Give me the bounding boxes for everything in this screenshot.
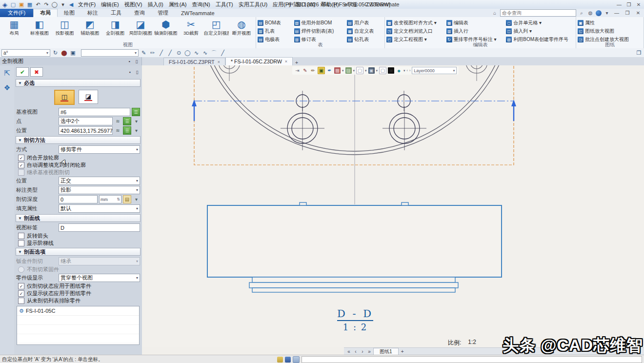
polyline-tool-icon[interactable]: ╱: [166, 49, 174, 57]
spinner-arrows-icon[interactable]: ⇅: [117, 197, 120, 202]
tab-inquire[interactable]: 查询: [128, 9, 151, 17]
undo-icon[interactable]: ↶: [34, 1, 42, 8]
command-search-input[interactable]: [500, 9, 576, 17]
ribbon-button-insert-column[interactable]: ◫插入列 ▾: [506, 27, 574, 35]
section-arrow-left[interactable]: [192, 100, 197, 106]
section-header-section-line[interactable]: ▼剖面线: [16, 214, 141, 222]
back-icon[interactable]: ◀: [67, 1, 75, 8]
cancel-button[interactable]: ✖: [30, 67, 43, 77]
add-sheet-button[interactable]: +: [400, 349, 405, 354]
menu-file[interactable]: 文件(F): [76, 0, 98, 9]
ribbon-button-3d-crop[interactable]: ✂3D裁剪: [179, 18, 204, 42]
chevron-down-icon[interactable]: ▾: [342, 69, 344, 73]
menu-attributes[interactable]: 属性(A): [166, 0, 189, 9]
menu-tools[interactable]: 工具(T): [213, 0, 236, 9]
menu-inquire[interactable]: 查询(N): [189, 0, 212, 9]
section-header-method[interactable]: ▼剖切方法: [16, 136, 141, 144]
options-dot-button[interactable]: ▪: [127, 69, 133, 75]
list-item[interactable]: ⚙ FS-I-01-05C: [17, 306, 139, 316]
menu-edit[interactable]: 编辑(E): [99, 0, 121, 9]
message-icon[interactable]: [285, 357, 291, 363]
close-icon[interactable]: ×: [218, 60, 220, 64]
panel-restore-icon[interactable]: ❐: [635, 49, 643, 57]
ribbon-button-sheet-properties[interactable]: ▣属性: [578, 19, 642, 27]
qat-dropdown-icon[interactable]: ▾: [59, 1, 67, 8]
ribbon-button-local-section-view[interactable]: ◪局部剖视图: [128, 18, 153, 42]
section-panel-tab-icon[interactable]: ⇱: [2, 68, 13, 79]
ribbon-button-bom-table[interactable]: ▤BOM表: [258, 19, 290, 27]
open-file-icon[interactable]: ▣: [18, 1, 25, 8]
tab-tools[interactable]: 工具: [104, 9, 128, 17]
child-restore-icon[interactable]: ❐: [624, 0, 633, 8]
section-type-toggle-a[interactable]: ◫: [54, 90, 75, 105]
exclude-unsectioned-check[interactable]: 从未剖切列表排除零件: [18, 298, 138, 304]
last-sheet-icon[interactable]: »: [366, 349, 372, 354]
status-input[interactable]: [302, 356, 642, 363]
ribbon-button-hole-table[interactable]: ▥孔表: [258, 27, 290, 35]
panel-pin-icon[interactable]: ▪: [126, 59, 132, 64]
panel-page-button[interactable]: ▯: [134, 69, 140, 75]
prev-sheet-icon[interactable]: ‹: [353, 349, 359, 354]
drawing-geometry[interactable]: [142, 65, 644, 347]
ribbon-button-standard-view[interactable]: ◧标准视图: [27, 18, 52, 42]
ribbon-button-edit-table[interactable]: ▦编辑表: [446, 19, 503, 27]
view-highlight-box[interactable]: [194, 65, 514, 165]
first-sheet-icon[interactable]: «: [346, 349, 352, 354]
section-view-pin-right[interactable]: [402, 202, 408, 205]
view-combo[interactable]: ▾: [81, 49, 139, 57]
ribbon-button-iso-section-view[interactable]: ⬢轴测剖视图: [153, 18, 179, 42]
section-view-step-2[interactable]: [249, 282, 458, 288]
section-view-body[interactable]: [207, 205, 502, 277]
panel-dock-icon[interactable]: ▯: [134, 59, 140, 64]
ribbon-button-custom-section-view[interactable]: ◰自定义剖视图: [203, 18, 229, 42]
nav-right-icon[interactable]: ›: [409, 69, 410, 72]
dim-type-select[interactable]: 投影▾: [59, 186, 140, 194]
arc-tool-icon[interactable]: ⌒: [210, 49, 218, 57]
dark-style-icon[interactable]: ▣: [368, 67, 375, 74]
circle-center-tool-icon[interactable]: ⊙: [175, 49, 182, 57]
location-field[interactable]: 420.48613,175.25977: [59, 126, 113, 135]
circle-tool-icon[interactable]: ◯: [51, 1, 59, 8]
ribbon-button-change-view-alignment[interactable]: ▩改变视图对齐方式 ▾: [386, 19, 443, 27]
section-view-label[interactable]: D - D 1 : 2: [332, 308, 378, 332]
counterbore-holes[interactable]: [281, 106, 426, 150]
ribbon-button-insert-row[interactable]: ▥插入行: [446, 27, 503, 35]
chevron-down-icon[interactable]: ▾: [133, 196, 140, 203]
spline-tool-icon[interactable]: ∿: [193, 49, 200, 57]
globe-icon[interactable]: ◍: [587, 10, 594, 17]
curve-tool-icon[interactable]: ∿: [201, 49, 209, 57]
grid-icon[interactable]: ▣: [69, 49, 77, 57]
ribbon-button-broken-view[interactable]: ◍断开视图: [229, 18, 254, 42]
sketch-pen-icon[interactable]: ✏: [149, 49, 156, 57]
ribbon-button-user-table[interactable]: ▤用户表: [347, 19, 383, 27]
section-header-options[interactable]: ▼剖面选项: [16, 248, 141, 256]
next-sheet-icon[interactable]: ›: [360, 349, 365, 354]
view-label-input[interactable]: D: [59, 223, 140, 232]
ok-button[interactable]: ✔: [16, 67, 29, 77]
segment-tool-icon[interactable]: ╱: [219, 49, 226, 57]
flip-arrow-check[interactable]: 反转箭头: [18, 233, 138, 239]
image-mode-icon[interactable]: ▣: [318, 67, 325, 74]
ghost-style-icon[interactable]: ▢: [379, 67, 386, 74]
section-cut-line[interactable]: [192, 100, 516, 121]
ribbon-button-sheet-zoom-view[interactable]: ◱图纸放大视图: [578, 27, 642, 35]
depth-input[interactable]: 0: [59, 195, 98, 203]
chevron-down-icon[interactable]: ▾: [133, 127, 140, 134]
close-button[interactable]: ✕: [634, 9, 643, 17]
grid-toggle-icon[interactable]: [293, 356, 300, 363]
restore-button[interactable]: ❐: [623, 9, 632, 17]
chevron-down-icon[interactable]: ▾: [376, 69, 378, 73]
layer-combo[interactable]: Layer0000▾: [412, 67, 457, 74]
filter-icon[interactable]: [277, 357, 283, 363]
doc-tab-part[interactable]: FS-I-01-05C.Z3PRT×: [163, 58, 225, 65]
nav-left-icon[interactable]: ‹: [407, 69, 408, 72]
black-swatch-icon[interactable]: ■: [388, 67, 394, 74]
ribbon-button-full-section-view[interactable]: ◨全剖视图: [102, 18, 128, 42]
chevron-down-icon[interactable]: ▾: [403, 69, 405, 73]
user-avatar[interactable]: [596, 10, 602, 16]
ribbon-button-external-bom[interactable]: ▧使用外部BOM: [294, 19, 343, 27]
tab-layout[interactable]: 布局: [33, 9, 58, 17]
depth-unit-spinner[interactable]: mm⇅: [99, 195, 121, 203]
show-step-line-check[interactable]: 显示阶梯线: [18, 240, 138, 246]
sketch-pencil-icon[interactable]: ✎: [140, 49, 147, 57]
